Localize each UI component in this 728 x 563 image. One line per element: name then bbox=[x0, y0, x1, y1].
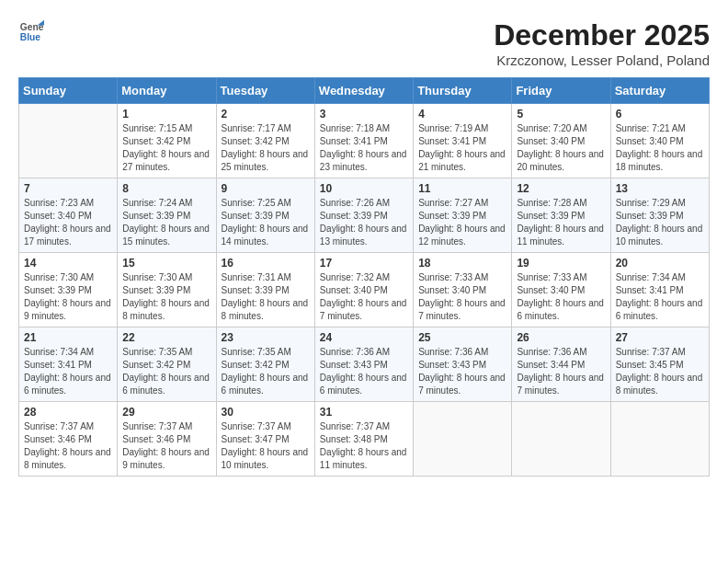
day-number: 5 bbox=[517, 108, 605, 121]
column-header-saturday: Saturday bbox=[610, 78, 709, 104]
day-number: 4 bbox=[418, 108, 506, 121]
calendar-cell: 8Sunrise: 7:24 AMSunset: 3:39 PMDaylight… bbox=[118, 178, 216, 253]
day-number: 18 bbox=[418, 257, 506, 270]
calendar-cell: 9Sunrise: 7:25 AMSunset: 3:39 PMDaylight… bbox=[216, 178, 314, 253]
logo: General Blue bbox=[18, 18, 44, 44]
calendar-cell: 30Sunrise: 7:37 AMSunset: 3:47 PMDayligh… bbox=[216, 402, 314, 477]
calendar-cell: 20Sunrise: 7:34 AMSunset: 3:41 PMDayligh… bbox=[610, 253, 709, 327]
day-number: 25 bbox=[418, 331, 506, 344]
column-header-sunday: Sunday bbox=[19, 78, 118, 104]
day-number: 21 bbox=[24, 331, 112, 344]
day-info: Sunrise: 7:33 AMSunset: 3:40 PMDaylight:… bbox=[418, 271, 506, 323]
day-info: Sunrise: 7:26 AMSunset: 3:39 PMDaylight:… bbox=[320, 197, 408, 248]
day-number: 15 bbox=[122, 257, 210, 270]
calendar-header-row: SundayMondayTuesdayWednesdayThursdayFrid… bbox=[19, 78, 710, 104]
calendar-week-row: 14Sunrise: 7:30 AMSunset: 3:39 PMDayligh… bbox=[19, 253, 710, 327]
day-number: 22 bbox=[122, 331, 210, 344]
day-number: 2 bbox=[222, 108, 310, 121]
day-info: Sunrise: 7:37 AMSunset: 3:45 PMDaylight:… bbox=[616, 346, 704, 397]
day-number: 31 bbox=[320, 406, 408, 419]
day-info: Sunrise: 7:35 AMSunset: 3:42 PMDaylight:… bbox=[122, 346, 210, 397]
column-header-thursday: Thursday bbox=[414, 78, 512, 104]
calendar-cell: 16Sunrise: 7:31 AMSunset: 3:39 PMDayligh… bbox=[216, 253, 314, 327]
day-info: Sunrise: 7:29 AMSunset: 3:39 PMDaylight:… bbox=[616, 197, 704, 248]
day-info: Sunrise: 7:17 AMSunset: 3:42 PMDaylight:… bbox=[222, 122, 310, 174]
calendar-cell: 3Sunrise: 7:18 AMSunset: 3:41 PMDaylight… bbox=[314, 104, 413, 178]
calendar-cell bbox=[512, 402, 610, 477]
day-number: 14 bbox=[24, 257, 112, 270]
calendar-cell: 18Sunrise: 7:33 AMSunset: 3:40 PMDayligh… bbox=[414, 253, 512, 327]
title-block: December 2025 Krzczonow, Lesser Poland, … bbox=[494, 18, 710, 68]
day-number: 19 bbox=[517, 257, 605, 270]
calendar-cell: 26Sunrise: 7:36 AMSunset: 3:44 PMDayligh… bbox=[512, 327, 610, 402]
day-info: Sunrise: 7:28 AMSunset: 3:39 PMDaylight:… bbox=[517, 197, 605, 248]
day-info: Sunrise: 7:30 AMSunset: 3:39 PMDaylight:… bbox=[122, 271, 210, 323]
calendar-week-row: 28Sunrise: 7:37 AMSunset: 3:46 PMDayligh… bbox=[19, 402, 710, 477]
day-info: Sunrise: 7:20 AMSunset: 3:40 PMDaylight:… bbox=[517, 122, 605, 174]
day-number: 9 bbox=[222, 182, 310, 195]
calendar-table: SundayMondayTuesdayWednesdayThursdayFrid… bbox=[18, 77, 710, 477]
calendar-cell: 25Sunrise: 7:36 AMSunset: 3:43 PMDayligh… bbox=[414, 327, 512, 402]
calendar-cell: 17Sunrise: 7:32 AMSunset: 3:40 PMDayligh… bbox=[314, 253, 413, 327]
page-header: General Blue December 2025 Krzczonow, Le… bbox=[18, 18, 710, 68]
page-title: December 2025 bbox=[494, 18, 710, 52]
day-number: 12 bbox=[517, 182, 605, 195]
calendar-week-row: 7Sunrise: 7:23 AMSunset: 3:40 PMDaylight… bbox=[19, 178, 710, 253]
day-number: 3 bbox=[320, 108, 408, 121]
calendar-cell: 5Sunrise: 7:20 AMSunset: 3:40 PMDaylight… bbox=[512, 104, 610, 178]
day-info: Sunrise: 7:37 AMSunset: 3:46 PMDaylight:… bbox=[24, 420, 112, 472]
calendar-cell: 19Sunrise: 7:33 AMSunset: 3:40 PMDayligh… bbox=[512, 253, 610, 327]
calendar-cell: 28Sunrise: 7:37 AMSunset: 3:46 PMDayligh… bbox=[19, 402, 118, 477]
calendar-cell: 13Sunrise: 7:29 AMSunset: 3:39 PMDayligh… bbox=[610, 178, 709, 253]
page-subtitle: Krzczonow, Lesser Poland, Poland bbox=[494, 52, 710, 68]
calendar-cell: 4Sunrise: 7:19 AMSunset: 3:41 PMDaylight… bbox=[414, 104, 512, 178]
calendar-cell: 2Sunrise: 7:17 AMSunset: 3:42 PMDaylight… bbox=[216, 104, 314, 178]
day-info: Sunrise: 7:23 AMSunset: 3:40 PMDaylight:… bbox=[24, 197, 112, 248]
calendar-cell bbox=[414, 402, 512, 477]
day-info: Sunrise: 7:31 AMSunset: 3:39 PMDaylight:… bbox=[222, 271, 310, 323]
calendar-cell: 24Sunrise: 7:36 AMSunset: 3:43 PMDayligh… bbox=[314, 327, 413, 402]
day-info: Sunrise: 7:15 AMSunset: 3:42 PMDaylight:… bbox=[122, 122, 210, 174]
day-number: 29 bbox=[122, 406, 210, 419]
calendar-cell: 15Sunrise: 7:30 AMSunset: 3:39 PMDayligh… bbox=[118, 253, 216, 327]
day-number: 16 bbox=[222, 257, 310, 270]
day-info: Sunrise: 7:27 AMSunset: 3:39 PMDaylight:… bbox=[418, 197, 506, 248]
day-info: Sunrise: 7:36 AMSunset: 3:43 PMDaylight:… bbox=[320, 346, 408, 397]
day-info: Sunrise: 7:34 AMSunset: 3:41 PMDaylight:… bbox=[24, 346, 112, 397]
day-info: Sunrise: 7:36 AMSunset: 3:43 PMDaylight:… bbox=[418, 346, 506, 397]
day-number: 10 bbox=[320, 182, 408, 195]
calendar-cell: 27Sunrise: 7:37 AMSunset: 3:45 PMDayligh… bbox=[610, 327, 709, 402]
calendar-cell bbox=[19, 104, 118, 178]
calendar-cell bbox=[610, 402, 709, 477]
calendar-week-row: 21Sunrise: 7:34 AMSunset: 3:41 PMDayligh… bbox=[19, 327, 710, 402]
calendar-cell: 14Sunrise: 7:30 AMSunset: 3:39 PMDayligh… bbox=[19, 253, 118, 327]
day-number: 7 bbox=[24, 182, 112, 195]
day-info: Sunrise: 7:21 AMSunset: 3:40 PMDaylight:… bbox=[616, 122, 704, 174]
day-info: Sunrise: 7:32 AMSunset: 3:40 PMDaylight:… bbox=[320, 271, 408, 323]
day-number: 1 bbox=[122, 108, 210, 121]
day-info: Sunrise: 7:18 AMSunset: 3:41 PMDaylight:… bbox=[320, 122, 408, 174]
calendar-cell: 29Sunrise: 7:37 AMSunset: 3:46 PMDayligh… bbox=[118, 402, 216, 477]
day-number: 24 bbox=[320, 331, 408, 344]
svg-text:Blue: Blue bbox=[20, 32, 41, 42]
day-info: Sunrise: 7:33 AMSunset: 3:40 PMDaylight:… bbox=[517, 271, 605, 323]
day-number: 6 bbox=[616, 108, 704, 121]
calendar-week-row: 1Sunrise: 7:15 AMSunset: 3:42 PMDaylight… bbox=[19, 104, 710, 178]
calendar-cell: 12Sunrise: 7:28 AMSunset: 3:39 PMDayligh… bbox=[512, 178, 610, 253]
day-number: 8 bbox=[122, 182, 210, 195]
day-number: 30 bbox=[222, 406, 310, 419]
calendar-cell: 21Sunrise: 7:34 AMSunset: 3:41 PMDayligh… bbox=[19, 327, 118, 402]
day-number: 26 bbox=[517, 331, 605, 344]
calendar-cell: 10Sunrise: 7:26 AMSunset: 3:39 PMDayligh… bbox=[314, 178, 413, 253]
column-header-wednesday: Wednesday bbox=[314, 78, 413, 104]
day-number: 28 bbox=[24, 406, 112, 419]
day-number: 13 bbox=[616, 182, 704, 195]
column-header-monday: Monday bbox=[118, 78, 216, 104]
day-info: Sunrise: 7:37 AMSunset: 3:46 PMDaylight:… bbox=[122, 420, 210, 472]
column-header-friday: Friday bbox=[512, 78, 610, 104]
day-info: Sunrise: 7:24 AMSunset: 3:39 PMDaylight:… bbox=[122, 197, 210, 248]
column-header-tuesday: Tuesday bbox=[216, 78, 314, 104]
calendar-cell: 6Sunrise: 7:21 AMSunset: 3:40 PMDaylight… bbox=[610, 104, 709, 178]
day-info: Sunrise: 7:30 AMSunset: 3:39 PMDaylight:… bbox=[24, 271, 112, 323]
day-number: 17 bbox=[320, 257, 408, 270]
